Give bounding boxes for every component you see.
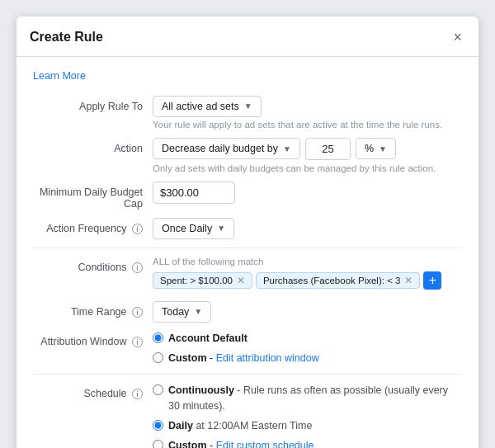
edit-attribution-link[interactable]: Edit attribution window <box>216 352 319 364</box>
schedule-info-icon[interactable]: i <box>132 389 143 399</box>
time-range-info-icon[interactable]: i <box>132 307 143 318</box>
divider-2 <box>33 374 462 375</box>
action-frequency-dropdown[interactable]: Once Daily ▼ <box>153 218 234 239</box>
action-frequency-info-icon[interactable]: i <box>132 224 143 234</box>
attribution-custom-label: Custom - Edit attribution window <box>168 351 319 366</box>
schedule-continuously-label: Continuously - Rule runs as often as pos… <box>168 383 462 414</box>
schedule-custom-label: Custom - Edit custom schedule <box>168 438 314 449</box>
time-range-chevron-icon: ▼ <box>194 307 202 316</box>
edit-schedule-link[interactable]: Edit custom schedule <box>216 440 314 449</box>
apply-rule-dropdown[interactable]: All active ad sets ▼ <box>153 96 262 117</box>
action-frequency-chevron-icon: ▼ <box>217 224 225 233</box>
attribution-window-label: Attribution Window i <box>33 331 153 347</box>
apply-rule-subtext: Your rule will apply to ad sets that are… <box>153 120 462 130</box>
min-budget-input[interactable] <box>153 182 235 204</box>
action-controls: Decrease daily budget by ▼ % ▼ <box>153 138 462 160</box>
modal-body: Learn More Apply Rule To All active ad s… <box>16 57 478 448</box>
attribution-custom-radio[interactable] <box>153 352 163 363</box>
time-range-row: Time Range i Today ▼ <box>33 301 462 323</box>
action-content: Decrease daily budget by ▼ % ▼ Only ad s… <box>153 138 462 173</box>
conditions-info-icon[interactable]: i <box>132 262 143 273</box>
schedule-continuously-item: Continuously - Rule runs as often as pos… <box>153 383 462 414</box>
attribution-window-row: Attribution Window i Account Default Cus… <box>33 331 462 366</box>
attribution-window-content: Account Default Custom - Edit attributio… <box>153 331 462 366</box>
min-budget-content <box>153 182 462 204</box>
add-condition-button[interactable]: + <box>423 271 441 290</box>
schedule-content: Continuously - Rule runs as often as pos… <box>153 383 462 448</box>
conditions-row: Conditions i ALL of the following match … <box>33 257 462 293</box>
action-value-input[interactable] <box>305 138 351 160</box>
time-range-dropdown[interactable]: Today ▼ <box>153 301 211 323</box>
action-label: Action <box>33 138 153 154</box>
intro-text: Learn More <box>33 68 462 84</box>
attribution-radio-group: Account Default Custom - Edit attributio… <box>153 331 462 366</box>
remove-condition-2-button[interactable]: ✕ <box>404 276 412 285</box>
action-row: Action Decrease daily budget by ▼ % ▼ On… <box>33 138 462 173</box>
conditions-match-text: ALL of the following match <box>153 257 462 266</box>
condition-tag-2: Purchases (Facebook Pixel): < 3 ✕ <box>256 272 421 289</box>
conditions-content: ALL of the following match Spent: > $100… <box>153 257 462 293</box>
remove-condition-1-button[interactable]: ✕ <box>237 276 245 285</box>
apply-rule-row: Apply Rule To All active ad sets ▼ Your … <box>33 96 462 130</box>
condition-tag-1: Spent: > $100.00 ✕ <box>153 272 252 289</box>
action-frequency-row: Action Frequency i Once Daily ▼ <box>33 218 462 239</box>
action-type-dropdown[interactable]: Decrease daily budget by ▼ <box>153 138 300 159</box>
schedule-continuously-radio[interactable] <box>153 384 163 395</box>
apply-rule-label: Apply Rule To <box>33 96 153 112</box>
modal-header: Create Rule × <box>16 17 478 57</box>
schedule-custom-radio[interactable] <box>153 440 163 449</box>
action-unit-dropdown[interactable]: % ▼ <box>356 138 396 159</box>
attribution-window-info-icon[interactable]: i <box>132 337 143 347</box>
attribution-account-label: Account Default <box>168 331 248 347</box>
attribution-custom-item: Custom - Edit attribution window <box>153 351 462 366</box>
min-budget-row: Minimum Daily Budget Cap <box>33 182 462 210</box>
time-range-label: Time Range i <box>33 301 153 318</box>
modal-title: Create Rule <box>30 30 103 45</box>
schedule-daily-radio[interactable] <box>153 420 163 431</box>
apply-rule-chevron-icon: ▼ <box>244 101 252 111</box>
action-frequency-content: Once Daily ▼ <box>153 218 462 239</box>
schedule-custom-item: Custom - Edit custom schedule <box>153 438 462 449</box>
schedule-row: Schedule i Continuously - Rule runs as o… <box>33 383 462 448</box>
schedule-daily-item: Daily at 12:00AM Eastern Time <box>153 418 462 434</box>
action-unit-chevron-icon: ▼ <box>379 144 387 153</box>
conditions-tags: Spent: > $100.00 ✕ Purchases (Facebook P… <box>153 271 462 293</box>
close-button[interactable]: × <box>450 28 465 46</box>
attribution-account-radio[interactable] <box>153 332 163 343</box>
conditions-label: Conditions i <box>33 257 153 273</box>
attribution-account-default-item: Account Default <box>153 331 462 347</box>
min-budget-label: Minimum Daily Budget Cap <box>33 182 153 210</box>
create-rule-modal: Create Rule × Learn More Apply Rule To A… <box>16 17 478 448</box>
schedule-radio-group: Continuously - Rule runs as often as pos… <box>153 383 462 448</box>
action-frequency-label: Action Frequency i <box>33 218 153 234</box>
action-type-chevron-icon: ▼ <box>283 144 291 153</box>
learn-more-link[interactable]: Learn More <box>33 70 86 82</box>
divider-1 <box>33 248 462 248</box>
schedule-label: Schedule i <box>33 383 153 399</box>
time-range-content: Today ▼ <box>153 301 462 323</box>
action-subtext: Only ad sets with daily budgets can be m… <box>153 163 462 173</box>
apply-rule-content: All active ad sets ▼ Your rule will appl… <box>153 96 462 130</box>
schedule-daily-label: Daily at 12:00AM Eastern Time <box>168 418 312 434</box>
